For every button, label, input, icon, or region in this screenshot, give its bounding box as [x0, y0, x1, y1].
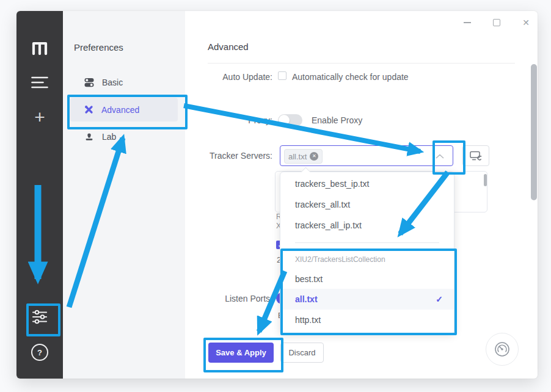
app-window: + ? Preferences: [16, 11, 538, 379]
listen-ports-label: Listen Ports:: [225, 294, 272, 303]
dropdown-item[interactable]: trackers_all.txt: [280, 194, 454, 215]
minimize-button[interactable]: [461, 16, 474, 29]
gauge-icon: [494, 341, 510, 357]
close-button[interactable]: ✕: [519, 16, 533, 29]
save-apply-button[interactable]: Save & Apply: [208, 343, 274, 363]
check-icon: ✓: [436, 289, 443, 310]
sidebar-item-label: Advanced: [101, 105, 139, 115]
sync-icon: [470, 151, 482, 161]
settings-icon[interactable]: [16, 308, 63, 325]
proxy-label: Proxy:: [248, 115, 272, 125]
dropdown-item[interactable]: trackers_best_ip.txt: [280, 173, 454, 194]
auto-update-checkbox-label[interactable]: Automatically check for update: [292, 72, 409, 82]
sidebar-item-label: Lab: [102, 132, 116, 142]
tracker-servers-label: Tracker Servers:: [210, 151, 272, 161]
sidebar-item-lab[interactable]: Lab: [70, 125, 178, 148]
dropdown-item-label: all.txt: [295, 294, 318, 304]
question-mark-glyph: ?: [31, 344, 48, 361]
lab-stamp-icon: [84, 132, 94, 142]
textarea-scrollbar[interactable]: [484, 174, 487, 186]
speed-limit-button[interactable]: [486, 333, 519, 366]
auto-update-checkbox[interactable]: [278, 71, 286, 80]
sidebar-item-label: Basic: [102, 78, 123, 87]
sidebar-item-basic[interactable]: Basic: [70, 71, 178, 94]
dropdown-item[interactable]: trackers_all_ip.txt: [280, 215, 454, 236]
auto-update-label: Auto Update:: [222, 72, 272, 82]
dropdown-item-selected[interactable]: all.txt ✓: [280, 289, 454, 310]
dropdown-item[interactable]: best.txt: [280, 269, 454, 289]
plus-glyph: +: [34, 108, 45, 126]
task-list-icon[interactable]: [16, 76, 63, 89]
maximize-icon: [493, 19, 500, 26]
dropdown-item[interactable]: http.txt: [280, 310, 454, 330]
tag-remove-icon[interactable]: ✕: [310, 152, 318, 161]
tracker-dropdown: trackers_best_ip.txt trackers_all.txt tr…: [280, 172, 454, 335]
chevron-up-icon[interactable]: [436, 154, 444, 159]
close-icon: ✕: [522, 18, 530, 27]
preferences-title: Preferences: [74, 42, 123, 53]
dropdown-divider: [295, 242, 439, 243]
discard-button[interactable]: Discard: [280, 343, 324, 363]
dropdown-group-label: XIU2/TrackersListCollection: [295, 253, 385, 266]
sidebar-item-advanced[interactable]: Advanced: [70, 98, 178, 122]
toggle-knob: [279, 115, 290, 126]
selected-tracker-tag: all.txt ✕: [284, 149, 323, 164]
preferences-panel: Preferences Basic Advanced: [63, 11, 185, 379]
sidebar: + ?: [16, 11, 63, 379]
sync-trackers-button[interactable]: [462, 145, 489, 166]
toggles-icon: [84, 78, 94, 87]
tracker-servers-select[interactable]: all.txt ✕: [280, 145, 453, 166]
tools-icon: [84, 105, 93, 114]
screenshot-root: + ? Preferences: [0, 0, 551, 392]
proxy-toggle[interactable]: [278, 114, 302, 126]
title-divider: [208, 63, 515, 64]
page-title: Advanced: [208, 42, 249, 52]
main-scrollbar[interactable]: [531, 64, 537, 200]
help-icon[interactable]: ?: [16, 344, 63, 361]
add-task-icon[interactable]: +: [16, 107, 63, 127]
maximize-button[interactable]: [490, 16, 503, 29]
minimize-icon: [464, 22, 471, 23]
motrix-logo-icon: [16, 38, 63, 56]
tag-label: all.txt: [288, 152, 307, 161]
proxy-toggle-label: Enable Proxy: [312, 115, 362, 125]
